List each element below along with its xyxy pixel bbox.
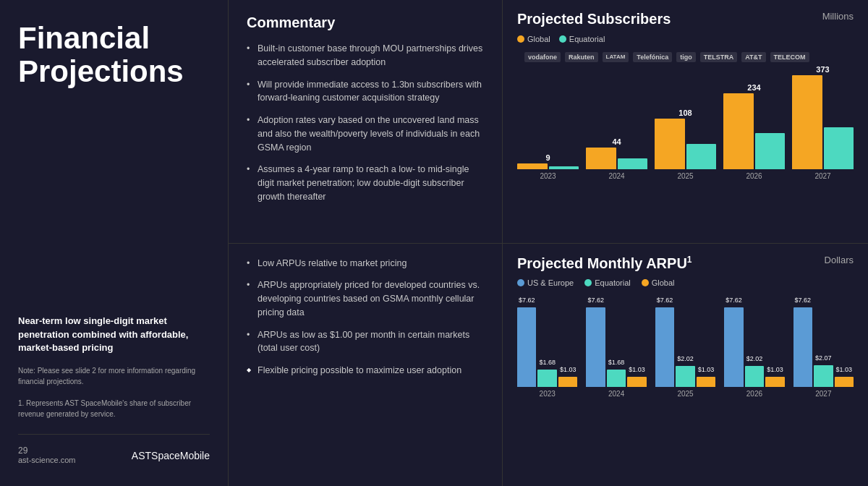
arpu-group-2025: $7.62 $2.02 $1.03 2025 xyxy=(655,300,715,398)
bullet-4: Assumes a 4-year ramp to reach a low- to… xyxy=(247,163,484,203)
bar-orange-2024 xyxy=(586,148,616,169)
arpu-legend-global: Global xyxy=(642,278,675,287)
commentary-bullets: Built-in customer base through MOU partn… xyxy=(247,42,484,204)
year-2025: 2025 xyxy=(677,172,693,180)
bar-val-2027: 373 xyxy=(816,65,829,74)
arpu-orange-2024: $1.03 xyxy=(627,377,646,387)
dot-blue xyxy=(517,279,524,286)
partner-logos: vodafone Rakuten LATAM Telefónica tigo T… xyxy=(524,52,809,62)
bottom-bullet-1: Low ARPUs relative to market pricing xyxy=(247,257,484,270)
arpu-teal-val-2025: $2.02 xyxy=(677,355,694,362)
subtitle-text: Near-term low single-digit market penetr… xyxy=(18,315,210,354)
bar-group-2027: 373 2027 xyxy=(792,65,854,180)
arpu-year-2026: 2026 xyxy=(746,390,762,398)
partner-telefonica: Telefónica xyxy=(633,52,672,62)
bullet-1: Built-in customer base through MOU partn… xyxy=(247,42,484,69)
year-2026: 2026 xyxy=(746,172,762,180)
arpu-orange-val-2026: $1.03 xyxy=(767,366,783,373)
partner-latam: LATAM xyxy=(603,52,629,62)
arpu-blue-2023: $7.62 xyxy=(517,307,536,387)
arpu-teal-2027: $2.07 xyxy=(814,365,833,387)
bar-area: 9 2023 44 2024 xyxy=(517,82,854,180)
arpu-legend: US & Europe Equatorial Global xyxy=(517,278,854,287)
arpu-orange-val-2027: $1.03 xyxy=(836,366,853,373)
arpu-legend-equatorial: Equatorial xyxy=(584,278,631,287)
arpu-teal-val-2023: $1.68 xyxy=(539,359,556,366)
bar-orange-2027 xyxy=(792,75,822,169)
commentary-top: Commentary Built-in customer base throug… xyxy=(228,0,503,243)
arpu-blue-2026: $7.62 xyxy=(724,307,743,387)
note1: Note: Please see slide 2 for more inform… xyxy=(18,365,210,387)
arpu-year-2025: 2025 xyxy=(677,390,693,398)
bullet-3: Adoption rates vary based on the uncover… xyxy=(247,114,484,154)
dot-orange-arpu xyxy=(642,279,649,286)
bottom-bullet-2: ARPUs appropriately priced for developed… xyxy=(247,278,484,319)
arpu-blue-2024: $7.62 xyxy=(586,307,605,387)
arpu-blue-val-2027: $7.62 xyxy=(795,297,812,304)
arpu-header: Projected Monthly ARPU1 Dollars xyxy=(517,255,854,272)
bullet-2: Will provide immediate access to 1.3bn s… xyxy=(247,78,484,106)
arpu-group-2024: $7.62 $1.68 $1.03 2024 xyxy=(586,300,646,398)
subscribers-chart: 9 2023 44 2024 xyxy=(517,68,854,180)
subscribers-title: Projected Subscribers xyxy=(517,11,671,27)
arpu-teal-2026: $2.02 xyxy=(745,366,764,387)
arpu-orange-val-2025: $1.03 xyxy=(698,366,715,373)
arpu-orange-2025: $1.03 xyxy=(697,377,715,387)
arpu-orange-2023: $1.03 xyxy=(558,377,577,387)
arpu-legend-us: US & Europe xyxy=(517,278,574,287)
bottom-row: Low ARPUs relative to market pricing ARP… xyxy=(228,244,868,487)
legend-global-label: Global xyxy=(527,35,550,43)
arpu-teal-val-2024: $1.68 xyxy=(608,359,625,366)
logo: ASTSpaceMobile xyxy=(132,448,210,463)
arpu-group-2027: $7.62 $2.07 $1.03 2027 xyxy=(793,300,854,398)
subscribers-panel: Projected Subscribers Millions Global Eq… xyxy=(503,0,868,243)
arpu-panel: Projected Monthly ARPU1 Dollars US & Eur… xyxy=(503,244,868,487)
arpu-year-2024: 2024 xyxy=(608,390,624,398)
year-2027: 2027 xyxy=(814,172,830,180)
bar-teal-2025 xyxy=(686,144,717,169)
arpu-blue-val-2025: $7.62 xyxy=(657,297,673,304)
arpu-teal-2025: $2.02 xyxy=(676,366,694,387)
arpu-year-2027: 2027 xyxy=(815,390,831,398)
bar-group-2026: 234 2026 xyxy=(723,83,785,180)
top-row: Commentary Built-in customer base throug… xyxy=(228,0,868,244)
arpu-legend-equatorial-label: Equatorial xyxy=(595,278,631,287)
arpu-group-2023: $7.62 $1.68 $1.03 2023 xyxy=(517,300,577,398)
arpu-blue-2027: $7.62 xyxy=(793,307,812,387)
arpu-chart: $7.62 $1.68 $1.03 2023 xyxy=(517,293,854,398)
commentary-title: Commentary xyxy=(247,14,484,31)
arpu-blue-val-2023: $7.62 xyxy=(519,297,535,304)
arpu-legend-global-label: Global xyxy=(652,278,675,287)
arpu-orange-2026: $1.03 xyxy=(765,377,784,387)
arpu-year-2023: 2023 xyxy=(540,390,556,398)
arpu-blue-val-2024: $7.62 xyxy=(587,297,604,304)
partner-tigo: tigo xyxy=(676,52,696,62)
bottom-bullet-3: ARPUs as low as $1.00 per month in certa… xyxy=(247,328,484,356)
website: ast-science.com xyxy=(18,456,75,464)
partner-att: AT&T xyxy=(741,52,765,62)
bar-teal-2023 xyxy=(549,166,579,169)
footer: 29 ast-science.com ASTSpaceMobile xyxy=(18,434,210,464)
arpu-orange-val-2023: $1.03 xyxy=(560,366,576,373)
partner-vodafone: vodafone xyxy=(524,52,561,62)
bar-val-2025: 108 xyxy=(678,108,692,117)
dot-teal-arpu xyxy=(584,279,592,286)
legend-equatorial: Equatorial xyxy=(559,35,605,43)
bar-teal-2027 xyxy=(824,127,854,169)
legend-equatorial-label: Equatorial xyxy=(569,35,605,43)
page-number: 29 xyxy=(18,446,75,456)
subscribers-header: Projected Subscribers Millions xyxy=(517,11,854,27)
bar-orange-2026 xyxy=(723,93,754,169)
legend-global: Global xyxy=(517,35,550,43)
bar-val-2023: 9 xyxy=(545,153,550,162)
note2: 1. Represents AST SpaceMobile's share of… xyxy=(18,398,210,419)
bar-group-2024: 44 2024 xyxy=(586,137,647,180)
year-2023: 2023 xyxy=(540,172,556,180)
arpu-blue-val-2026: $7.62 xyxy=(726,297,742,304)
arpu-orange-2027: $1.03 xyxy=(835,377,854,387)
arpu-teal-2023: $1.68 xyxy=(537,370,556,387)
arpu-title: Projected Monthly ARPU1 xyxy=(517,255,692,272)
arpu-unit: Dollars xyxy=(825,255,854,265)
bar-val-2026: 234 xyxy=(747,83,760,92)
bar-teal-2026 xyxy=(755,133,786,169)
